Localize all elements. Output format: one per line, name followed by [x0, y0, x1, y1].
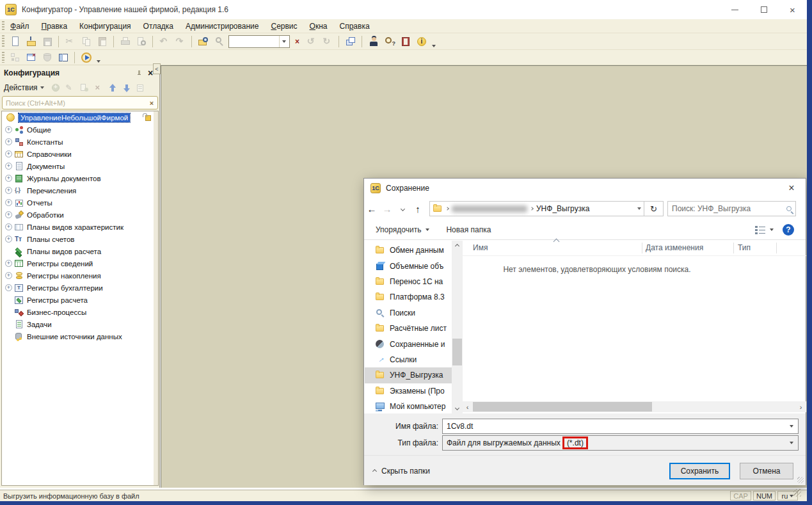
expand-icon[interactable]: + [5, 284, 12, 291]
tree-item[interactable]: + Перечисления [2, 184, 158, 196]
toolbar-grip[interactable] [2, 35, 4, 47]
sidebar-folder-item[interactable]: Платформа 8.3 [365, 289, 452, 305]
sidebar-folder-item[interactable]: Обмен данным [365, 243, 452, 258]
tree-root-item[interactable]: УправлениеНебольшойФирмой [2, 111, 158, 124]
address-dropdown-icon[interactable] [637, 207, 641, 210]
copy-window-button[interactable] [343, 35, 358, 49]
column-date-modified[interactable]: Дата изменения [646, 243, 703, 252]
add-button[interactable] [50, 82, 62, 93]
dialog-resize-grip[interactable] [797, 477, 804, 483]
breadcrumb-redacted-segment[interactable] [452, 205, 527, 212]
zoom-button[interactable] [212, 35, 227, 49]
forward-button[interactable]: → [379, 201, 395, 216]
horizontal-scrollbar[interactable]: ‹ › [463, 401, 806, 412]
breadcrumb-current-folder[interactable]: УНФ_Выгрузка [536, 204, 589, 213]
view-mode-button[interactable] [755, 225, 774, 234]
sidebar-folder-item[interactable]: Перенос 1С на [365, 274, 452, 289]
menu-administration[interactable]: Администрирование [186, 22, 259, 31]
expand-icon[interactable]: + [5, 163, 12, 170]
actions-menu-button[interactable]: Действия [4, 83, 44, 92]
cancel-button[interactable]: Отмена [740, 463, 793, 479]
clear-search-button[interactable]: × [292, 35, 303, 48]
tree-item[interactable]: + Справочники [2, 148, 158, 160]
save-button[interactable]: Сохранить [669, 463, 730, 479]
tree-item[interactable]: + Регистры накопления [2, 269, 158, 282]
up-button[interactable]: ↑ [410, 201, 426, 216]
expand-icon[interactable]: + [5, 138, 12, 145]
filename-combobox[interactable]: 1Cv8.dt [442, 419, 799, 434]
debug-dropdown-icon[interactable] [97, 60, 100, 63]
print-preview-button[interactable] [134, 35, 148, 49]
menu-configuration[interactable]: Конфигурация [79, 22, 131, 31]
move-down-button[interactable] [120, 82, 132, 93]
tree-item[interactable]: + Бизнес-процессы [2, 306, 158, 318]
move-up-button[interactable] [106, 82, 118, 93]
search-previous-button[interactable] [304, 35, 319, 49]
menu-debug[interactable]: Отладка [143, 22, 173, 31]
start-debugging-button[interactable] [79, 51, 93, 65]
resize-grip[interactable] [793, 489, 801, 497]
sidebar-folder-item[interactable]: Сохраненные и [365, 336, 452, 351]
new-folder-button[interactable]: Новая папка [446, 225, 491, 234]
edit-button[interactable] [64, 82, 76, 93]
column-divider[interactable] [642, 243, 642, 253]
sidebar-scrollbar[interactable] [452, 241, 463, 413]
expand-icon[interactable]: + [5, 126, 12, 133]
sidebar-folder-item[interactable]: Мой компьютер [365, 399, 452, 412]
expand-icon[interactable]: + [5, 211, 12, 218]
column-divider[interactable] [733, 243, 734, 253]
sidebar-folder-item[interactable]: Ссылки [365, 352, 452, 367]
menu-edit[interactable]: Правка [42, 22, 68, 31]
configuration-tree-button[interactable] [8, 51, 22, 65]
sidebar-folder-item[interactable]: УНФ_Выгрузка [365, 367, 452, 383]
menu-help[interactable]: Справка [339, 22, 369, 31]
copy-button[interactable] [79, 35, 93, 49]
paste-button[interactable] [95, 35, 109, 49]
tree-item[interactable]: + Общие [2, 124, 158, 136]
panel-collapse-button[interactable]: < [153, 63, 161, 74]
interface-editor-button[interactable] [24, 51, 38, 65]
sidebar-folder-item[interactable]: Объемные объ [365, 258, 452, 273]
tree-search-box[interactable]: × [2, 96, 158, 109]
tree-item[interactable]: + Планы видов характеристик [2, 221, 158, 233]
clear-icon[interactable]: × [146, 99, 157, 107]
scroll-up-button[interactable] [452, 241, 463, 252]
expand-icon[interactable]: + [5, 199, 12, 206]
expand-icon[interactable]: + [5, 175, 12, 182]
redo-button[interactable] [173, 35, 187, 49]
tree-item[interactable]: + Регистры бухгалтерии [2, 282, 158, 294]
tree-item[interactable]: + Документы [2, 160, 158, 172]
tree-item[interactable]: + Обработки [2, 209, 158, 221]
dialog-search-box[interactable]: Поиск: УНФ_Выгрузка [667, 201, 796, 216]
tree-search-input[interactable] [3, 99, 146, 107]
scrollbar-thumb[interactable] [452, 339, 462, 365]
tree-item[interactable]: + Внешние источники данных [2, 330, 158, 342]
expand-icon[interactable]: + [5, 187, 12, 194]
tree-item[interactable]: + Планы счетов [2, 233, 158, 245]
recent-locations-button[interactable] [395, 201, 410, 216]
combo-dropdown-button[interactable] [279, 36, 288, 47]
expand-icon[interactable]: + [5, 272, 12, 279]
search-next-button[interactable] [320, 35, 335, 49]
toolbar-search-input[interactable] [229, 36, 279, 47]
expand-icon[interactable]: + [5, 260, 12, 267]
expand-icon[interactable]: + [5, 236, 12, 243]
scroll-down-button[interactable] [452, 403, 463, 413]
tree-item[interactable]: + Регистры расчета [2, 294, 158, 306]
sidebar-folder-item[interactable]: Поиски [365, 305, 452, 321]
new-document-button[interactable] [8, 35, 22, 49]
scroll-left-button[interactable]: ‹ [463, 403, 472, 411]
organize-button[interactable]: Упорядочить [376, 225, 429, 234]
sidebar-folder-item[interactable]: Расчётные лист [365, 321, 452, 336]
copy-item-button[interactable] [78, 82, 90, 93]
menu-file[interactable]: Файл [10, 22, 29, 31]
address-bar[interactable]: УНФ_Выгрузка [429, 201, 644, 216]
toolbar-grip[interactable] [2, 21, 4, 31]
tree-item[interactable]: + Регистры сведений [2, 257, 158, 269]
toolbar-grip[interactable] [2, 52, 4, 63]
menu-service[interactable]: Сервис [271, 22, 297, 31]
syntax-check-button[interactable] [366, 35, 381, 49]
about-button[interactable] [414, 35, 429, 49]
back-button[interactable]: ← [364, 201, 379, 216]
database-button[interactable] [40, 51, 54, 65]
